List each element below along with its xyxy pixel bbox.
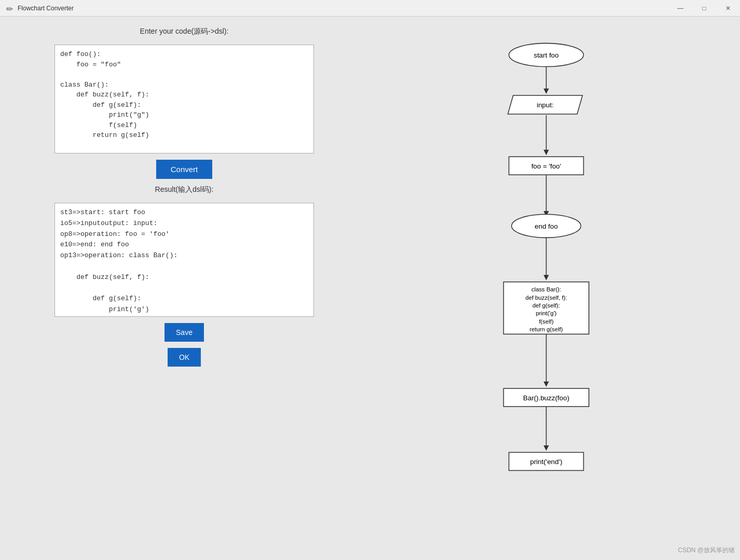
flowchart-svg: start foo input: foo = 'foo' end foo cla… [368, 17, 740, 560]
result-section-label: Result(输入dsl码): [155, 185, 214, 194]
svg-marker-3 [543, 150, 549, 155]
right-panel: start foo input: foo = 'foo' end foo cla… [368, 17, 740, 560]
node-start-foo-label: start foo [533, 51, 558, 59]
minimize-button[interactable]: — [668, 0, 692, 17]
app-title: Flowchart Converter [18, 5, 74, 12]
node-foo-op-label: foo = 'foo' [531, 162, 561, 170]
svg-marker-1 [543, 89, 549, 94]
svg-marker-9 [543, 382, 549, 387]
titlebar: ✏ Flowchart Converter — □ ✕ [0, 0, 740, 17]
save-button[interactable]: Save [165, 323, 204, 342]
node-print-end-label: print('end') [530, 458, 562, 466]
maximize-button[interactable]: □ [692, 0, 716, 17]
ok-button[interactable]: OK [168, 348, 201, 367]
svg-marker-7 [543, 275, 549, 280]
node-bar-buzz-label: Bar().buzz(foo) [523, 394, 569, 402]
left-panel: Enter your code(源码->dsl): Convert Result… [0, 17, 368, 560]
node-class-bar-label-4: print('g') [536, 310, 557, 316]
app-icon: ✏ [6, 4, 15, 12]
code-section-label: Enter your code(源码->dsl): [140, 27, 229, 36]
code-input[interactable] [54, 45, 314, 153]
node-input-label: input: [537, 101, 554, 109]
svg-marker-11 [543, 445, 549, 451]
watermark: CSDN @放风筝的猪 [678, 546, 735, 555]
close-button[interactable]: ✕ [716, 0, 740, 17]
node-end-foo-label: end foo [535, 222, 558, 230]
node-class-bar-label-5: f(self) [539, 318, 553, 325]
node-class-bar-label-2: def buzz(self, f): [525, 295, 567, 301]
main-container: Enter your code(源码->dsl): Convert Result… [0, 17, 740, 560]
window-controls: — □ ✕ [668, 0, 740, 17]
result-output[interactable] [54, 203, 314, 317]
node-class-bar-label-3: def g(self): [532, 302, 560, 309]
node-class-bar-label-6: return g(self) [530, 326, 563, 332]
node-class-bar-label-1: class Bar(): [531, 286, 561, 292]
convert-button[interactable]: Convert [156, 160, 213, 179]
flowchart: start foo input: foo = 'foo' end foo cla… [368, 17, 740, 560]
